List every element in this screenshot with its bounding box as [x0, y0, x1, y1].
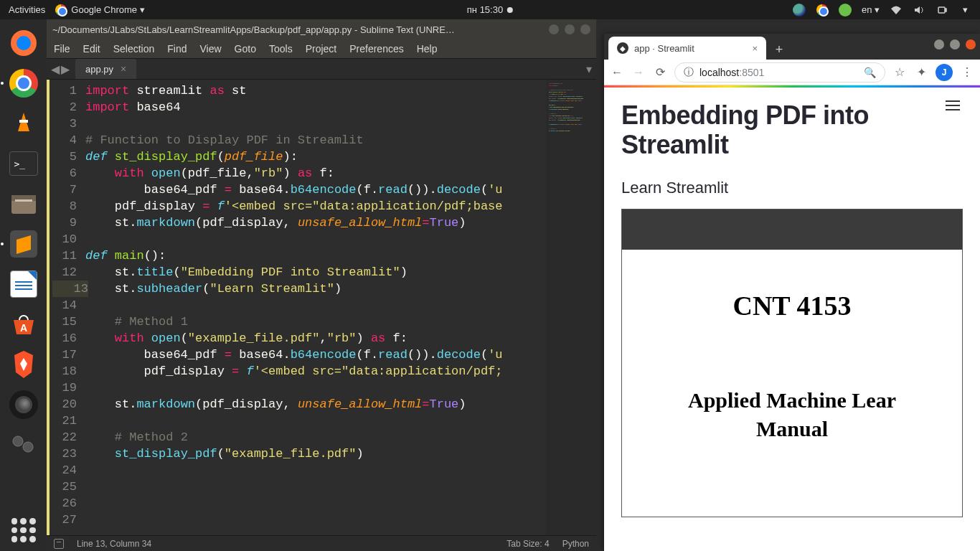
editor-area[interactable]: 1234567891011121314151617181920212223242…	[47, 80, 596, 535]
svg-rect-0	[938, 7, 945, 13]
chrome-tray-icon[interactable]	[816, 4, 829, 17]
sublime-titlebar[interactable]: ~/Documents/JLabs/StLabs/LearnStreamlitA…	[47, 19, 596, 39]
bookmark-star-icon[interactable]: ☆	[892, 65, 907, 79]
menu-selection[interactable]: Selection	[113, 43, 155, 55]
chrome-window: ◆ app · Streamlit × + ← → ⟳ ⓘ localhost:…	[604, 34, 980, 551]
editor-tab[interactable]: app.py×	[75, 59, 136, 79]
volume-icon[interactable]	[913, 4, 925, 17]
svg-rect-7	[15, 199, 32, 202]
status-ok-icon[interactable]	[839, 4, 852, 17]
pdf-page: CNT 4153 Applied Machine LearManual	[622, 250, 962, 517]
menu-view[interactable]: View	[200, 43, 222, 55]
streamlit-menu-icon[interactable]	[946, 100, 960, 110]
dock-settings[interactable]	[6, 427, 42, 463]
show-applications-button[interactable]	[11, 518, 36, 542]
clock[interactable]: пн 15:30	[467, 4, 513, 15]
browser-tab[interactable]: ◆ app · Streamlit ×	[608, 37, 766, 60]
cursor-position[interactable]: Line 13, Column 34	[77, 539, 151, 549]
pdf-embed[interactable]: CNT 4153 Applied Machine LearManual	[621, 209, 963, 517]
profile-avatar[interactable]: J	[936, 64, 953, 81]
page-subheader: Learn Streamlit	[621, 179, 963, 197]
chrome-icon	[55, 4, 67, 16]
maximize-button[interactable]	[565, 24, 575, 34]
tray-app-icon[interactable]	[793, 4, 806, 17]
sublime-window: ~/Documents/JLabs/StLabs/LearnStreamlitA…	[47, 19, 596, 551]
new-tab-button[interactable]: +	[769, 39, 789, 60]
minimap[interactable]: import streamlit as stimport base64 # Fu…	[546, 80, 596, 535]
sublime-statusbar: Line 13, Column 34 Tab Size: 4 Python	[47, 535, 596, 551]
menu-tools[interactable]: Tools	[269, 43, 293, 55]
dock-terminal[interactable]: >_	[6, 146, 42, 182]
tab-dropdown-icon[interactable]: ▾	[586, 62, 592, 76]
keyboard-layout[interactable]: en ▾	[862, 4, 880, 15]
svg-point-3	[17, 36, 31, 50]
menu-edit[interactable]: Edit	[83, 43, 100, 55]
code-content[interactable]: import streamlit as stimport base64 # Fu…	[85, 80, 546, 535]
chrome-minimize-button[interactable]	[934, 39, 944, 50]
back-icon[interactable]: ←	[610, 66, 624, 79]
tab-bar: ◀▶ app.py× ▾	[47, 58, 596, 80]
chrome-toolbar: ← → ⟳ ⓘ localhost:8501 🔍 ☆ ✦ J ⋮	[604, 60, 980, 85]
menu-project[interactable]: Project	[306, 43, 337, 55]
svg-point-10	[23, 442, 33, 452]
forward-icon: →	[631, 66, 646, 79]
launcher-dock: >_ A	[0, 19, 47, 551]
page-title: Embedding PDF into Streamlit	[621, 100, 963, 160]
menu-find[interactable]: Find	[167, 43, 187, 55]
nav-forward-icon[interactable]: ▶	[61, 62, 70, 76]
menu-help[interactable]: Help	[417, 43, 438, 55]
dock-ubuntu-software[interactable]: A	[6, 306, 42, 342]
active-app-menu[interactable]: Google Chrome ▾	[55, 4, 144, 16]
menu-preferences[interactable]: Preferences	[349, 43, 403, 55]
nav-back-icon[interactable]: ◀	[51, 62, 60, 76]
zoom-icon[interactable]: 🔍	[864, 67, 876, 78]
gnome-top-bar: Activities Google Chrome ▾ пн 15:30 en ▾…	[0, 0, 980, 19]
svg-rect-4	[19, 120, 28, 123]
chrome-tabstrip: ◆ app · Streamlit × +	[604, 34, 980, 60]
dock-vlc[interactable]	[6, 105, 42, 141]
streamlit-page: Embedding PDF into Streamlit Learn Strea…	[604, 88, 980, 551]
minimize-button[interactable]	[549, 24, 559, 34]
svg-text:A: A	[19, 322, 27, 334]
dock-obs[interactable]	[6, 387, 42, 423]
sublime-menubar: FileEditSelectionFindViewGotoToolsProjec…	[47, 39, 596, 58]
chrome-menu-icon[interactable]: ⋮	[960, 65, 974, 79]
close-button[interactable]	[580, 24, 590, 34]
syntax-mode[interactable]: Python	[562, 539, 589, 549]
dock-brave[interactable]	[6, 347, 42, 382]
line-number-gutter: 1234567891011121314151617181920212223242…	[50, 80, 85, 535]
tab-size[interactable]: Tab Size: 4	[507, 539, 549, 549]
svg-point-9	[13, 436, 23, 446]
dock-sublime[interactable]	[6, 226, 42, 262]
close-tab-icon[interactable]: ×	[121, 63, 126, 75]
dock-libreoffice-writer[interactable]	[6, 266, 42, 302]
chrome-close-button[interactable]	[966, 39, 976, 50]
power-menu-icon[interactable]: ▾	[958, 4, 971, 17]
svg-rect-1	[946, 9, 947, 11]
omnibox[interactable]: ⓘ localhost:8501 🔍	[674, 62, 885, 83]
wifi-icon[interactable]	[890, 4, 903, 17]
dock-files[interactable]	[6, 186, 42, 222]
streamlit-favicon-icon: ◆	[617, 42, 628, 54]
pdf-toolbar[interactable]	[622, 209, 962, 250]
sidebar-toggle-icon[interactable]	[54, 539, 64, 549]
activities-button[interactable]: Activities	[9, 4, 45, 15]
menu-goto[interactable]: Goto	[235, 43, 256, 55]
chrome-maximize-button[interactable]	[950, 39, 960, 50]
menu-file[interactable]: File	[54, 43, 70, 55]
close-tab-icon[interactable]: ×	[752, 43, 758, 54]
notification-dot-icon	[507, 7, 513, 13]
battery-icon[interactable]	[936, 4, 948, 17]
reload-icon[interactable]: ⟳	[653, 65, 667, 79]
site-info-icon[interactable]: ⓘ	[684, 66, 694, 79]
dock-chrome[interactable]	[6, 65, 42, 101]
dock-firefox[interactable]	[6, 25, 42, 61]
extensions-icon[interactable]: ✦	[914, 65, 928, 79]
